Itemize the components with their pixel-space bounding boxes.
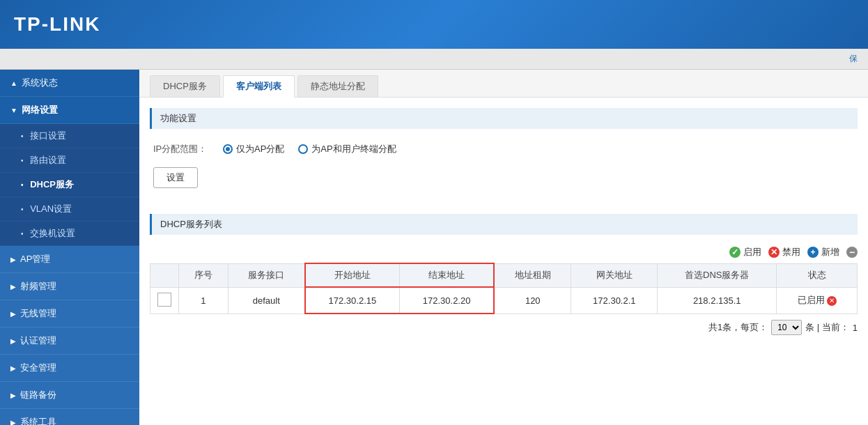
radio-circle-selected bbox=[223, 144, 233, 154]
sidebar-item-vlan-settings[interactable]: • VLAN设置 bbox=[0, 197, 139, 222]
td-end-address: 172.30.2.20 bbox=[400, 287, 495, 314]
td-seq: 1 bbox=[179, 287, 228, 314]
set-button[interactable]: 设置 bbox=[153, 167, 198, 188]
disable-label: 禁用 bbox=[782, 246, 800, 258]
disable-button[interactable]: ✕ 禁用 bbox=[768, 246, 800, 258]
sidebar-submenu-network: • 接口设置 • 路由设置 • DHCP服务 • VLAN设置 • 交换机设置 bbox=[0, 124, 139, 246]
bullet-icon: • bbox=[21, 157, 24, 164]
arrow-icon: ▶ bbox=[10, 283, 16, 291]
sidebar-item-security-management[interactable]: ▶ 安全管理 bbox=[0, 355, 139, 382]
page-label: 条 | 当前： bbox=[805, 321, 849, 334]
sidebar-label-switch: 交换机设置 bbox=[30, 228, 75, 238]
ip-range-row: IP分配范围： 仅为AP分配 为AP和用户终端分配 bbox=[153, 143, 854, 155]
ip-range-label: IP分配范围： bbox=[153, 143, 223, 155]
status-red-icon: ✕ bbox=[827, 296, 837, 306]
tab-client-list[interactable]: 客户端列表 bbox=[223, 75, 295, 98]
add-label: 新增 bbox=[821, 246, 839, 258]
disable-icon: ✕ bbox=[768, 247, 780, 258]
top-bar: 保 bbox=[0, 49, 868, 70]
arrow-icon: ▶ bbox=[10, 256, 16, 263]
row-checkbox[interactable] bbox=[157, 293, 171, 307]
sidebar-label-system-tools: 系统工具 bbox=[20, 416, 56, 425]
bullet-icon: • bbox=[21, 206, 24, 213]
td-status: 已启用✕ bbox=[777, 287, 858, 314]
table-row: 1 default 172.30.2.15 172.30.2.20 120 17… bbox=[150, 287, 858, 314]
sidebar-label-vlan: VLAN设置 bbox=[30, 203, 72, 214]
delete-button[interactable]: − bbox=[846, 247, 858, 258]
dhcp-table: 序号 服务接口 开始地址 结束地址 地址租期 网关地址 bbox=[150, 263, 858, 314]
th-lease: 地址租期 bbox=[494, 263, 571, 287]
bullet-icon: • bbox=[21, 230, 24, 238]
enable-button[interactable]: ✓ 启用 bbox=[729, 246, 761, 258]
sidebar-label-ap: AP管理 bbox=[20, 253, 50, 265]
sidebar-item-wireless-management[interactable]: ▶ 无线管理 bbox=[0, 300, 139, 327]
td-checkbox[interactable] bbox=[150, 287, 179, 314]
td-service-interface: default bbox=[228, 287, 305, 314]
arrow-icon: ▶ bbox=[10, 392, 16, 399]
th-status: 状态 bbox=[777, 263, 858, 287]
section-function-title: 功能设置 bbox=[150, 108, 858, 129]
arrow-icon: ▶ bbox=[10, 310, 16, 318]
sidebar-item-ap-management[interactable]: ▶ AP管理 bbox=[0, 246, 139, 273]
btn-row: 设置 bbox=[153, 164, 854, 188]
header: TP-LINK bbox=[0, 0, 868, 49]
content-area: DHCP服务 客户端列表 静态地址分配 功能设置 IP分配范围： 仅为AP分配 bbox=[139, 70, 868, 425]
sidebar-label-dhcp: DHCP服务 bbox=[30, 179, 74, 190]
section-dhcp-list-title: DHCP服务列表 bbox=[150, 214, 858, 235]
add-button[interactable]: + 新增 bbox=[807, 246, 839, 258]
sidebar-item-dhcp-service[interactable]: • DHCP服务 bbox=[0, 173, 139, 197]
radio-group-ip: 仅为AP分配 为AP和用户终端分配 bbox=[223, 143, 396, 155]
status-text: 已启用 bbox=[798, 295, 825, 305]
sidebar-label-route: 路由设置 bbox=[30, 155, 66, 165]
table-toolbar: ✓ 启用 ✕ 禁用 + 新增 − bbox=[139, 242, 868, 263]
radio-ap-only[interactable]: 仅为AP分配 bbox=[223, 143, 284, 155]
th-gateway: 网关地址 bbox=[571, 263, 658, 287]
arrow-icon: ▼ bbox=[10, 107, 17, 114]
radio-ap-and-user[interactable]: 为AP和用户终端分配 bbox=[298, 143, 396, 155]
sidebar-label-auth: 认证管理 bbox=[20, 334, 56, 347]
table-header-row: 序号 服务接口 开始地址 结束地址 地址租期 网关地址 bbox=[150, 263, 858, 287]
sidebar-item-route-settings[interactable]: • 路由设置 bbox=[0, 148, 139, 173]
bullet-icon: • bbox=[21, 132, 24, 140]
per-page-select[interactable]: 10 20 50 bbox=[771, 320, 802, 335]
sidebar-item-switch-settings[interactable]: • 交换机设置 bbox=[0, 222, 139, 246]
enable-icon: ✓ bbox=[729, 247, 741, 258]
bullet-icon: • bbox=[21, 181, 24, 189]
total-label: 共1条，每页： bbox=[708, 321, 768, 334]
sidebar-label-rf: 射频管理 bbox=[20, 280, 56, 293]
radio-ap-only-label: 仅为AP分配 bbox=[236, 143, 284, 155]
sidebar-item-auth-management[interactable]: ▶ 认证管理 bbox=[0, 327, 139, 355]
sidebar-item-link-backup[interactable]: ▶ 链路备份 bbox=[0, 382, 139, 409]
sidebar-label-network-settings: 网络设置 bbox=[22, 104, 58, 116]
sidebar-item-interface-settings[interactable]: • 接口设置 bbox=[0, 124, 139, 148]
arrow-icon: ▶ bbox=[10, 337, 16, 345]
sidebar-label-interface: 接口设置 bbox=[30, 130, 66, 141]
td-lease: 120 bbox=[494, 287, 571, 314]
th-start-address: 开始地址 bbox=[305, 263, 400, 287]
tab-static-address[interactable]: 静态地址分配 bbox=[297, 75, 378, 97]
sidebar-item-system-tools[interactable]: ▶ 系统工具 bbox=[0, 409, 139, 425]
sidebar-label-link-backup: 链路备份 bbox=[20, 389, 56, 401]
top-bar-link[interactable]: 保 bbox=[849, 53, 858, 65]
arrow-icon: ▶ bbox=[10, 419, 16, 426]
th-dns: 首选DNS服务器 bbox=[658, 263, 777, 287]
sidebar-item-network-settings[interactable]: ▼ 网络设置 bbox=[0, 97, 139, 124]
th-end-address: 结束地址 bbox=[400, 263, 495, 287]
main-layout: ▲ 系统状态 ▼ 网络设置 • 接口设置 • 路由设置 • DHCP服务 • V… bbox=[0, 70, 868, 425]
td-dns: 218.2.135.1 bbox=[658, 287, 777, 314]
td-start-address: 172.30.2.15 bbox=[305, 287, 400, 314]
arrow-icon: ▲ bbox=[10, 79, 17, 87]
form-area: IP分配范围： 仅为AP分配 为AP和用户终端分配 设置 bbox=[139, 136, 868, 203]
th-seq: 序号 bbox=[179, 263, 228, 287]
sidebar-label-system-status: 系统状态 bbox=[22, 77, 58, 89]
sidebar-item-rf-management[interactable]: ▶ 射频管理 bbox=[0, 273, 139, 300]
td-gateway: 172.30.2.1 bbox=[571, 287, 658, 314]
th-service-interface: 服务接口 bbox=[228, 263, 305, 287]
tab-dhcp-service[interactable]: DHCP服务 bbox=[150, 75, 220, 97]
sidebar: ▲ 系统状态 ▼ 网络设置 • 接口设置 • 路由设置 • DHCP服务 • V… bbox=[0, 70, 139, 425]
enable-label: 启用 bbox=[743, 246, 761, 258]
sidebar-item-system-status[interactable]: ▲ 系统状态 bbox=[0, 70, 139, 97]
delete-icon: − bbox=[846, 247, 858, 258]
pagination: 共1条，每页： 10 20 50 条 | 当前： 1 bbox=[139, 314, 868, 341]
current-page: 1 bbox=[853, 323, 858, 333]
